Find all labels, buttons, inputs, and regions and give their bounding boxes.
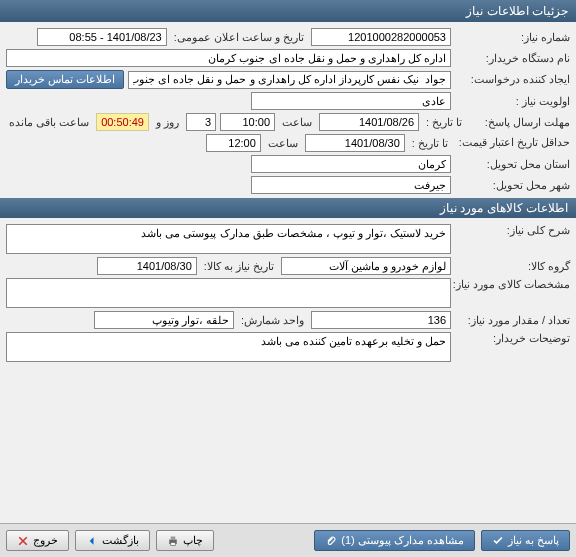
exit-icon <box>17 535 29 547</box>
days-remaining-field[interactable] <box>186 113 216 131</box>
countdown-timer: 00:50:49 <box>96 113 149 131</box>
requester-label: ایجاد کننده درخواست: <box>455 73 570 86</box>
deadline-date-field[interactable] <box>319 113 419 131</box>
exit-button[interactable]: خروج <box>6 530 69 551</box>
main-content: شماره نیاز: تاریخ و ساعت اعلان عمومی: نا… <box>0 22 576 371</box>
desc-field[interactable] <box>6 224 451 254</box>
need-number-label: شماره نیاز: <box>455 31 570 44</box>
validity-time-field[interactable] <box>206 134 261 152</box>
spec-label: مشخصات کالای مورد نیاز: <box>455 278 570 291</box>
remaining-label: ساعت باقی مانده <box>6 116 92 129</box>
announce-field[interactable] <box>37 28 167 46</box>
group-field[interactable] <box>281 257 451 275</box>
spec-field[interactable] <box>6 278 451 308</box>
reply-button[interactable]: پاسخ به نیاز <box>481 530 570 551</box>
need-number-field[interactable] <box>311 28 451 46</box>
buyer-org-field[interactable] <box>6 49 451 67</box>
time-label-1: ساعت <box>279 116 315 129</box>
province-field[interactable] <box>251 155 451 173</box>
city-field[interactable] <box>251 176 451 194</box>
priority-label: اولویت نیاز : <box>455 95 570 108</box>
print-button[interactable]: چاپ <box>156 530 214 551</box>
requester-field[interactable] <box>128 71 451 89</box>
footer-toolbar: خروج بازگشت چاپ پاسخ به نیاز مشاهده مدار… <box>0 523 576 557</box>
back-label: بازگشت <box>102 534 139 547</box>
need-by-field[interactable] <box>97 257 197 275</box>
deadline-send-label: مهلت ارسال پاسخ: <box>469 116 570 129</box>
window-title: جزئیات اطلاعات نیاز <box>466 4 568 18</box>
buyer-notes-label: توضیحات خریدار: <box>455 332 570 345</box>
buyer-notes-field[interactable] <box>6 332 451 362</box>
province-label: استان محل تحویل: <box>455 158 570 171</box>
validity-to-label: تا تاریخ : <box>409 137 451 150</box>
attachments-label: مشاهده مدارک پیوستی (1) <box>341 534 464 547</box>
deadline-time-field[interactable] <box>220 113 275 131</box>
qty-label: تعداد / مقدار مورد نیاز: <box>455 314 570 327</box>
arrow-back-icon <box>86 535 98 547</box>
print-label: چاپ <box>183 534 203 547</box>
validity-label: حداقل تاریخ اعتبار قیمت: <box>455 136 570 149</box>
attachments-button[interactable]: مشاهده مدارک پیوستی (1) <box>314 530 475 551</box>
svg-rect-1 <box>171 536 176 539</box>
desc-label: شرح کلی نیاز: <box>455 224 570 237</box>
unit-label: واحد شمارش: <box>238 314 307 327</box>
check-icon <box>492 535 504 547</box>
goods-section-header: اطلاعات کالاهای مورد نیاز <box>0 198 576 218</box>
deadline-to-label: تا تاریخ : <box>423 116 465 129</box>
group-label: گروه کالا: <box>455 260 570 273</box>
priority-field[interactable] <box>251 92 451 110</box>
announce-label: تاریخ و ساعت اعلان عمومی: <box>171 31 307 44</box>
window-titlebar: جزئیات اطلاعات نیاز <box>0 0 576 22</box>
qty-field[interactable] <box>311 311 451 329</box>
svg-rect-2 <box>171 542 176 545</box>
validity-date-field[interactable] <box>305 134 405 152</box>
time-label-2: ساعت <box>265 137 301 150</box>
need-by-label: تاریخ نیاز به کالا: <box>201 260 277 273</box>
unit-field[interactable] <box>94 311 234 329</box>
city-label: شهر محل تحویل: <box>455 179 570 192</box>
back-button[interactable]: بازگشت <box>75 530 150 551</box>
contact-buyer-button[interactable]: اطلاعات تماس خریدار <box>6 70 124 89</box>
buyer-org-label: نام دستگاه خریدار: <box>455 52 570 65</box>
printer-icon <box>167 535 179 547</box>
attachment-icon <box>325 535 337 547</box>
exit-label: خروج <box>33 534 58 547</box>
days-and-label: روز و <box>153 116 182 129</box>
reply-label: پاسخ به نیاز <box>508 534 559 547</box>
